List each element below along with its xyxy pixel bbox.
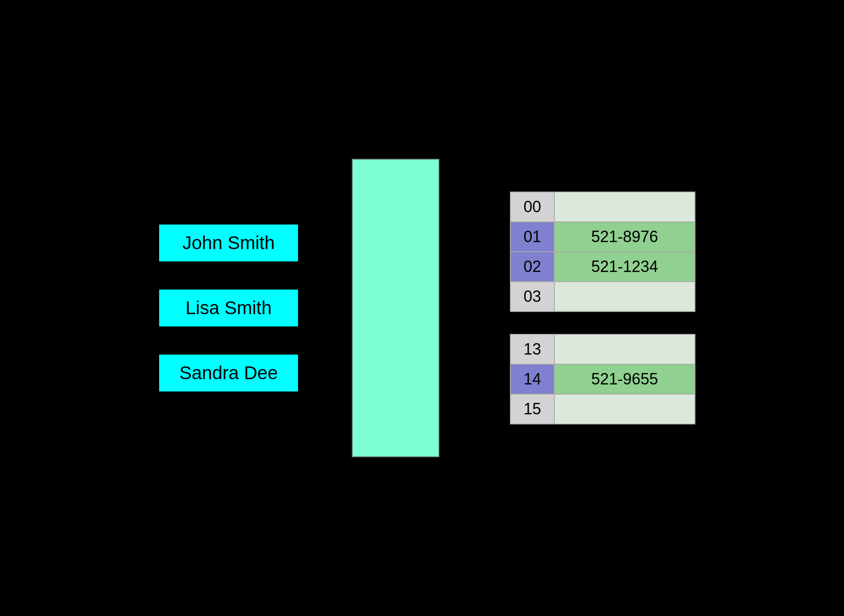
- hash-value-14: 521-9655: [554, 364, 695, 394]
- table-row: 13: [510, 334, 695, 364]
- bottom-hash-table: 13 14 521-9655 15: [510, 334, 695, 424]
- table-row: 14 521-9655: [510, 364, 695, 394]
- hash-index-01: 01: [510, 222, 554, 252]
- person-name: John Smith: [182, 232, 275, 253]
- hash-index-15: 15: [510, 394, 554, 424]
- table-row: 15: [510, 394, 695, 424]
- hash-value-00: [554, 192, 695, 222]
- hash-index-02: 02: [510, 252, 554, 282]
- hash-index-03: 03: [510, 282, 554, 312]
- hash-value-03: [554, 282, 695, 312]
- hash-index-00: 00: [510, 192, 554, 222]
- hash-value-15: [554, 394, 695, 424]
- hash-value-13: [554, 334, 695, 364]
- hash-index-13: 13: [510, 334, 554, 364]
- table-row: 02 521-1234: [510, 252, 695, 282]
- hash-index-14: 14: [510, 364, 554, 394]
- people-section: John Smith Lisa Smith Sandra Dee: [158, 206, 299, 410]
- hash-value-02: 521-1234: [554, 252, 695, 282]
- person-lisa-smith: Lisa Smith: [158, 289, 299, 327]
- top-hash-table: 00 01 521-8976 02 521-1234 03: [510, 192, 695, 312]
- person-name: Sandra Dee: [179, 362, 278, 383]
- person-name: Lisa Smith: [186, 297, 272, 318]
- table-row: 01 521-8976: [510, 222, 695, 252]
- table-row: 03: [510, 282, 695, 312]
- person-sandra-dee: Sandra Dee: [158, 354, 299, 392]
- person-john-smith: John Smith: [158, 224, 299, 262]
- hash-column: [352, 159, 440, 457]
- hash-value-01: 521-8976: [554, 222, 695, 252]
- right-section: 00 01 521-8976 02 521-1234 03 13: [510, 192, 695, 424]
- table-row: 00: [510, 192, 695, 222]
